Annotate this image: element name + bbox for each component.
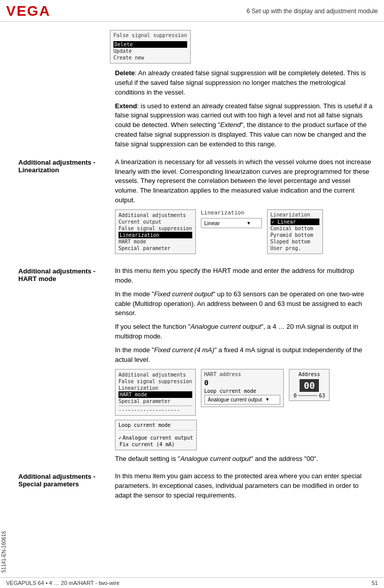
linearization-mockups: Additional adjustments Current output Fa… [115, 209, 374, 254]
hart-para3-pre: If you select the function " [115, 323, 190, 330]
lin-mockup-dropdown-container: Linearization Linear [201, 209, 262, 228]
loop-current-mockup-area: Loop current mode Analogue current outpu… [115, 420, 374, 450]
hart-loop-label: Loop current mode [204, 388, 281, 394]
linearization-label-line1: Additional adjustments - [18, 159, 110, 166]
false-signal-suppression-mockup: False signal suppression Delete Update C… [110, 30, 191, 64]
lin-list-title: Linearization [271, 212, 319, 218]
hart-menu-item-3: HART mode [119, 391, 192, 398]
linearization-section: Additional adjustments - Linearization A… [18, 158, 374, 258]
addr-box-title: Address [293, 372, 325, 377]
delete-label-col [18, 69, 110, 149]
special-label: Additional adjustments - Special paramet… [18, 472, 110, 501]
vega-logo: VEGA [6, 3, 50, 19]
special-label-line2: Special parameters [18, 480, 110, 488]
linearization-label-line2: Linearization [18, 166, 110, 174]
mockup-title: False signal suppression [113, 33, 187, 38]
hart-default-text: The default setting is "Analogue current… [115, 454, 374, 464]
footer-product: VEGAPULS 64 • 4 … 20 mA/HART - two-wire [6, 580, 120, 586]
delete-text: : An already created false signal suppre… [115, 69, 366, 96]
addr-range-max: 63 [319, 393, 325, 398]
loop-mockup-title: Loop current mode [119, 422, 193, 428]
mockup-item-delete: Delete [113, 41, 187, 48]
lin-dropdown-value: Linear [204, 220, 220, 226]
lin-list-item-3: Sloped bottom [271, 238, 319, 245]
page-footer: VEGAPULS 64 • 4 … 20 mA/HART - two-wire … [0, 577, 384, 588]
top-mockup-area: False signal suppression Delete Update C… [18, 30, 374, 64]
mockup-item-create-new: Create new [113, 54, 187, 61]
lin-list-item-0: ✓ Linear [271, 219, 319, 225]
addr-range-line [298, 395, 317, 396]
loop-mockup-item-0: Analogue current output [119, 435, 193, 441]
extend-term: Extend [115, 102, 137, 110]
lin-list-item-4: User prog. [271, 245, 319, 252]
hart-loop-dropdown-value: Analogue current output [208, 397, 262, 403]
delete-content: Delete: An already created false signal … [115, 69, 374, 149]
special-body: In this menu item you gain access to the… [115, 472, 374, 501]
addr-box-value: 00 [300, 379, 319, 392]
lin-dropdown[interactable]: Linear [201, 218, 262, 228]
lin-menu-item-4: HART mode [119, 238, 192, 245]
addr-box-range: 0 63 [293, 393, 325, 398]
hart-default-italic: Analogue current output [180, 455, 251, 462]
hart-mockup-address: HART address 0 Loop current mode Analogu… [201, 369, 284, 407]
hart-default-suf: " and the address "00". [251, 455, 318, 462]
loop-current-mockup: Loop current mode Analogue current outpu… [115, 420, 197, 450]
lin-menu-item-1: Current output [119, 219, 192, 225]
hart-menu-item-5: -------------------- [119, 406, 192, 413]
doc-number: 51141-EN-160616 [1, 531, 7, 573]
delete-paragraph: Delete: An already created false signal … [115, 69, 374, 98]
lin-menu-item-2: False signal suppression [119, 225, 192, 232]
special-content: In this menu item you gain access to the… [115, 472, 374, 501]
hart-label-line1: Additional adjustments - [18, 267, 110, 275]
footer-page: 51 [372, 580, 378, 586]
mockup-item-update: Update [113, 48, 187, 54]
delete-section: Delete: An already created false signal … [18, 69, 374, 149]
lin-mockup-menu: Additional adjustments Current output Fa… [115, 209, 196, 254]
hart-para2-pre: In the mode " [115, 290, 154, 298]
hart-menu-item-0: Additional adjustments [119, 372, 192, 378]
hart-label: Additional adjustments - HART mode [18, 266, 110, 463]
hart-mockup-menu: Additional adjustments False signal supp… [115, 369, 196, 416]
delete-term: Delete [115, 69, 135, 77]
linearization-content: A linearization is necessary for all ves… [115, 158, 374, 258]
hart-para2: In the mode "Fixed current output" up to… [115, 290, 374, 319]
hart-content: In this menu item you specify the HART m… [115, 266, 374, 463]
hart-addr-value: 0 [204, 379, 281, 387]
hart-para2-italic: Fixed current output [154, 290, 213, 298]
hart-para4: In the mode "Fixed current (4 mA)" a fix… [115, 346, 374, 365]
extend-paragraph: Extend: is used to extend an already cre… [115, 102, 374, 149]
hart-addr-title: HART address [204, 372, 281, 377]
loop-mockup-item-1: Fix current (4 mA) [119, 441, 193, 448]
lin-mockup-list: Linearization ✓ Linear Conical bottom Py… [267, 209, 323, 254]
page-header: VEGA 6 Set up with the display and adjus… [0, 0, 384, 22]
hart-default-pre: The default setting is " [115, 455, 180, 462]
hart-menu-item-1: False signal suppression [119, 378, 192, 385]
hart-para1: In this menu item you specify the HART m… [115, 266, 374, 286]
linearization-body: A linearization is necessary for all ves… [115, 158, 374, 205]
special-label-line1: Additional adjustments - [18, 473, 110, 480]
lin-list-item-2: Pyramid bottom [271, 232, 319, 238]
lin-menu-item-3: Linearization [119, 232, 192, 238]
hart-para3: If you select the function "Analogue cur… [115, 322, 374, 342]
hart-para3-italic: Analogue current output [190, 323, 261, 330]
special-section: Additional adjustments - Special paramet… [18, 472, 374, 501]
hart-para4-italic: Fixed current (4 mA) [154, 346, 214, 354]
lin-menu-item-5: Special parameter [119, 245, 192, 252]
addr-range-min: 0 [293, 393, 297, 398]
hart-menu-item-2: Linearization [119, 385, 192, 391]
hart-menu-item-4: Special parameter [119, 398, 192, 405]
hart-label-line2: HART mode [18, 275, 110, 283]
extend-italic: Extend [220, 121, 241, 129]
lin-menu-item-0: Additional adjustments [119, 212, 192, 219]
lin-list-item-1: Conical bottom [271, 225, 319, 232]
hart-loop-dropdown[interactable]: Analogue current output [204, 395, 281, 405]
hart-mockups-row: Additional adjustments False signal supp… [115, 369, 374, 416]
hart-para4-pre: In the mode " [115, 346, 154, 354]
linearization-label: Additional adjustments - Linearization [18, 158, 110, 258]
lin-dropdown-label: Linearization [201, 209, 245, 216]
hart-mockup-addr-box: Address 00 0 63 [289, 369, 330, 401]
hart-section: Additional adjustments - HART mode In th… [18, 266, 374, 463]
section-title: 6 Set up with the display and adjustment… [247, 8, 378, 15]
